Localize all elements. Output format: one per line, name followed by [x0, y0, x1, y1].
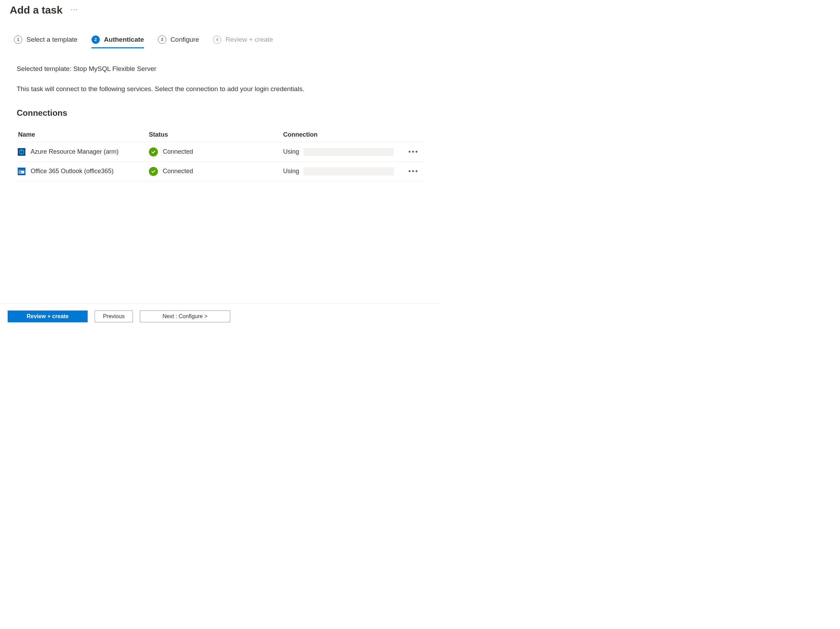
review-create-button[interactable]: Review + create	[8, 311, 88, 322]
cell-status: Connected	[149, 167, 283, 176]
description-text: This task will connect to the following …	[17, 85, 424, 93]
previous-button[interactable]: Previous	[95, 311, 133, 322]
tab-number-badge: 4	[213, 35, 221, 44]
content-area: Selected template: Stop MySQL Flexible S…	[0, 48, 441, 181]
cell-status: Connected	[149, 147, 283, 156]
status-text: Connected	[163, 148, 193, 155]
tab-label: Select a template	[27, 36, 77, 43]
tab-number-badge: 3	[158, 35, 166, 44]
cell-connection: Using •••	[283, 166, 424, 177]
table-row: Office 365 Outlook (office365) Connected…	[17, 162, 424, 181]
column-header-connection: Connection	[283, 131, 424, 139]
tab-select-template[interactable]: 1 Select a template	[14, 35, 77, 48]
table-header-row: Name Status Connection	[17, 128, 424, 142]
connection-prefix: Using	[283, 168, 299, 175]
page-header: Add a task ···	[0, 0, 441, 19]
tab-configure[interactable]: 3 Configure	[158, 35, 199, 48]
tab-label: Configure	[171, 36, 199, 43]
svg-rect-3	[19, 169, 24, 171]
page-title: Add a task	[10, 4, 63, 16]
status-text: Connected	[163, 168, 193, 175]
checkmark-icon	[149, 147, 158, 156]
arm-icon	[17, 148, 26, 156]
tab-number-badge: 1	[14, 35, 22, 44]
tab-number-badge: 2	[92, 35, 100, 44]
connection-value-redacted	[303, 148, 394, 156]
next-configure-button[interactable]: Next : Configure >	[140, 311, 230, 322]
table-row: Azure Resource Manager (arm) Connected U…	[17, 142, 424, 162]
cell-name: Azure Resource Manager (arm)	[17, 148, 149, 156]
checkmark-icon	[149, 167, 158, 176]
header-more-icon[interactable]: ···	[71, 6, 78, 14]
o365-icon	[17, 167, 26, 176]
cell-connection: Using •••	[283, 147, 424, 157]
connection-value-redacted	[303, 167, 394, 176]
connections-heading: Connections	[17, 108, 424, 118]
connection-name: Azure Resource Manager (arm)	[31, 148, 118, 155]
connection-prefix: Using	[283, 148, 299, 155]
tab-authenticate[interactable]: 2 Authenticate	[92, 35, 144, 48]
connection-name: Office 365 Outlook (office365)	[31, 168, 114, 175]
selected-template-text: Selected template: Stop MySQL Flexible S…	[17, 65, 424, 73]
row-more-icon[interactable]: •••	[406, 147, 422, 157]
tab-review-create: 4 Review + create	[213, 35, 273, 48]
cell-name: Office 365 Outlook (office365)	[17, 167, 149, 176]
wizard-tabs: 1 Select a template 2 Authenticate 3 Con…	[4, 19, 441, 48]
tab-label: Authenticate	[104, 36, 144, 43]
column-header-name: Name	[17, 131, 149, 139]
footer-actions: Review + create Previous Next : Configur…	[0, 303, 441, 329]
row-more-icon[interactable]: •••	[406, 166, 422, 177]
tab-label: Review + create	[226, 36, 273, 43]
svg-rect-4	[19, 172, 21, 173]
column-header-status: Status	[149, 131, 283, 139]
connections-table: Name Status Connection Azure Resource Ma…	[17, 128, 424, 181]
